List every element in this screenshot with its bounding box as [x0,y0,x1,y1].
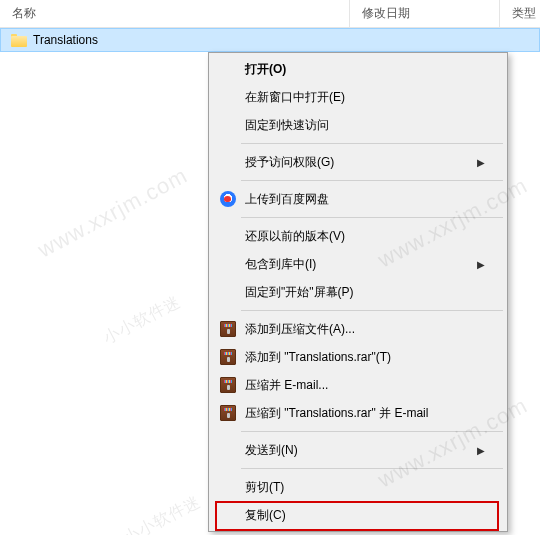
context-menu: 打开(O) 在新窗口中打开(E) 固定到快速访问 授予访问权限(G)▶ 上传到百… [208,52,508,532]
menu-pin-start[interactable]: 固定到"开始"屏幕(P) [211,278,505,306]
chevron-right-icon: ▶ [477,445,485,456]
menu-grant-access[interactable]: 授予访问权限(G)▶ [211,148,505,176]
menu-restore-previous[interactable]: 还原以前的版本(V) [211,222,505,250]
column-header-name[interactable]: 名称 [0,0,350,27]
watermark-text: www.xxrjm.com [34,163,193,264]
rar-icon [220,405,236,421]
chevron-right-icon: ▶ [477,157,485,168]
column-header-date[interactable]: 修改日期 [350,0,500,27]
rar-icon [220,321,236,337]
menu-copy[interactable]: 复制(C) [211,501,505,529]
menu-open[interactable]: 打开(O) [211,55,505,83]
watermark-text-small: 小小软件迷 [120,491,205,535]
watermark-text-small: 小小软件迷 [100,291,185,349]
file-name: Translations [33,33,98,47]
rar-icon [220,349,236,365]
menu-separator [241,468,503,469]
baidu-icon [220,191,236,207]
column-header-type[interactable]: 类型 [500,0,540,27]
menu-rar-email[interactable]: 压缩并 E-mail... [211,371,505,399]
menu-separator [241,180,503,181]
menu-rar-add[interactable]: 添加到压缩文件(A)... [211,315,505,343]
file-row-selected[interactable]: Translations [0,28,540,52]
menu-separator [241,217,503,218]
chevron-right-icon: ▶ [477,259,485,270]
menu-cut[interactable]: 剪切(T) [211,473,505,501]
menu-rar-add-to[interactable]: 添加到 "Translations.rar"(T) [211,343,505,371]
rar-icon [220,377,236,393]
folder-icon [11,34,27,47]
column-header-row: 名称 修改日期 类型 [0,0,540,28]
menu-open-new-window[interactable]: 在新窗口中打开(E) [211,83,505,111]
menu-pin-quick-access[interactable]: 固定到快速访问 [211,111,505,139]
menu-separator [241,143,503,144]
menu-baidu-upload[interactable]: 上传到百度网盘 [211,185,505,213]
menu-rar-email-to[interactable]: 压缩到 "Translations.rar" 并 E-mail [211,399,505,427]
menu-include-library[interactable]: 包含到库中(I)▶ [211,250,505,278]
menu-send-to[interactable]: 发送到(N)▶ [211,436,505,464]
menu-separator [241,310,503,311]
menu-separator [241,431,503,432]
